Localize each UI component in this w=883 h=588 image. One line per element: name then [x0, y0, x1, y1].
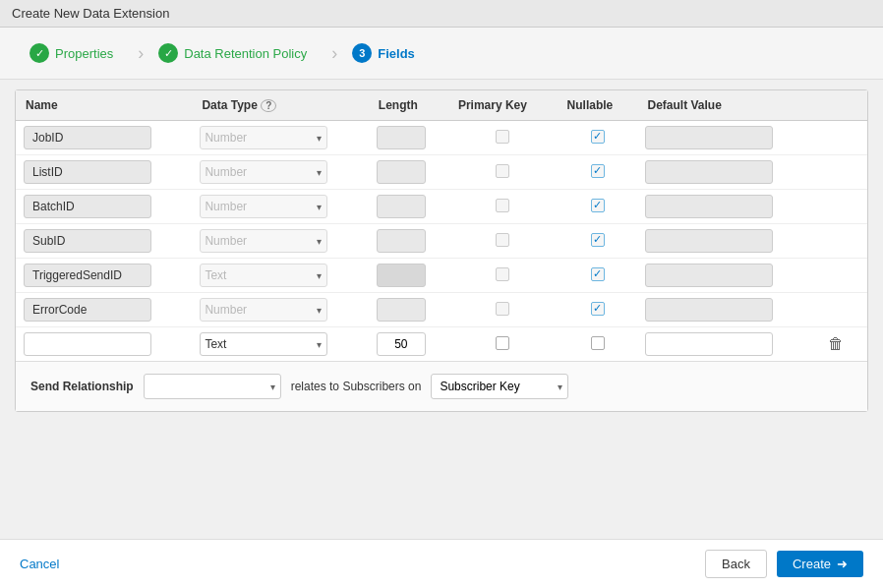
help-icon[interactable]: ?	[261, 99, 276, 112]
row-5-length	[377, 264, 426, 287]
row-5-default	[645, 264, 773, 287]
table-row: Number	[16, 155, 867, 190]
col-datatype: Data Type ?	[192, 90, 368, 121]
row-3-nullable	[591, 199, 605, 212]
row-1-name	[24, 126, 151, 149]
col-primary-key: Primary Key	[448, 90, 558, 121]
row-7-primary-key[interactable]	[496, 336, 509, 350]
table-header-row: Name Data Type ? Length Primary Key Null…	[16, 90, 867, 121]
row-6-default	[645, 298, 773, 322]
row-3-primary-key	[496, 199, 509, 212]
row-7-default[interactable]	[645, 332, 773, 356]
trash-icon: 🗑	[828, 335, 844, 352]
row-3-type: Number	[200, 195, 327, 218]
send-relationship-label: Send Relationship	[30, 380, 134, 393]
row-7-type[interactable]: Text Number Date Boolean EmailAddress Ph…	[200, 332, 327, 356]
row-2-length	[377, 160, 426, 184]
row-1-default	[645, 126, 773, 149]
subscriber-key-select[interactable]: Subscriber Key Subscriber	[431, 374, 568, 399]
table-row: Number	[16, 121, 867, 155]
step-data-retention[interactable]: ✓ Data Retention Policy	[148, 37, 326, 69]
create-button[interactable]: Create	[777, 551, 863, 577]
step-fields-label: Fields	[378, 46, 415, 61]
col-actions	[814, 90, 867, 121]
table-row: Text	[16, 259, 867, 293]
main-content: Name Data Type ? Length Primary Key Null…	[15, 89, 868, 412]
row-5-type: Text	[200, 264, 327, 287]
row-6-name	[24, 298, 151, 322]
row-1-length	[377, 126, 426, 149]
row-4-name	[24, 229, 151, 253]
row-2-default	[645, 160, 773, 184]
row-4-default	[645, 229, 773, 253]
row-4-length	[377, 229, 426, 253]
row-4-primary-key	[496, 233, 509, 247]
row-7-length[interactable]	[377, 332, 426, 356]
footer: Cancel Back Create	[0, 539, 883, 588]
row-6-length	[377, 298, 426, 322]
footer-right: Back Create	[705, 550, 863, 578]
title-bar: Create New Data Extension	[0, 0, 883, 28]
send-relationship-section: Send Relationship relates to Subscribers…	[16, 361, 867, 411]
wizard-steps: ✓ Properties › ✓ Data Retention Policy ›…	[0, 28, 883, 80]
row-5-nullable	[591, 267, 605, 281]
col-nullable: Nullable	[558, 90, 638, 121]
table-row: Number	[16, 293, 867, 327]
row-5-primary-key	[496, 267, 509, 281]
row-7-name[interactable]	[24, 332, 151, 356]
fields-table-container: Name Data Type ? Length Primary Key Null…	[16, 90, 867, 361]
step-data-retention-icon: ✓	[158, 43, 178, 63]
row-2-name	[24, 160, 151, 184]
col-length: Length	[369, 90, 448, 121]
row-5-name	[24, 264, 151, 287]
row-4-type: Number	[200, 229, 327, 253]
fields-table: Name Data Type ? Length Primary Key Null…	[16, 90, 867, 361]
row-3-default	[645, 195, 773, 218]
row-2-type: Number	[200, 160, 327, 184]
title-text: Create New Data Extension	[12, 6, 169, 21]
row-7-nullable[interactable]	[591, 336, 605, 350]
row-4-nullable	[591, 233, 605, 247]
step-properties-icon: ✓	[29, 43, 49, 63]
col-name: Name	[16, 90, 192, 121]
arrow-1: ›	[138, 43, 144, 64]
table-row: Number	[16, 190, 867, 224]
row-3-name	[24, 195, 151, 218]
step-data-retention-label: Data Retention Policy	[184, 46, 307, 61]
step-properties-label: Properties	[55, 46, 113, 61]
row-6-nullable	[591, 302, 605, 316]
step-fields[interactable]: 3 Fields	[342, 37, 435, 69]
row-1-type: Number	[200, 126, 327, 149]
row-6-primary-key	[496, 302, 509, 316]
row-6-type: Number	[200, 298, 327, 322]
step-fields-icon: 3	[352, 43, 372, 63]
cancel-link[interactable]: Cancel	[20, 557, 59, 571]
row-7-delete-button[interactable]: 🗑	[822, 333, 850, 355]
table-row: Text Number Date Boolean EmailAddress Ph…	[16, 327, 867, 362]
send-relationship-select[interactable]	[144, 374, 281, 399]
row-2-primary-key	[496, 164, 509, 178]
relates-text: relates to Subscribers on	[291, 380, 422, 393]
row-2-nullable	[591, 164, 605, 178]
row-1-nullable	[591, 130, 605, 144]
row-3-length	[377, 195, 426, 218]
col-default-value: Default Value	[637, 90, 813, 121]
arrow-2: ›	[331, 43, 337, 64]
back-button[interactable]: Back	[705, 550, 767, 578]
step-properties[interactable]: ✓ Properties	[20, 37, 133, 69]
table-row: Number	[16, 224, 867, 259]
row-1-primary-key	[496, 130, 509, 144]
